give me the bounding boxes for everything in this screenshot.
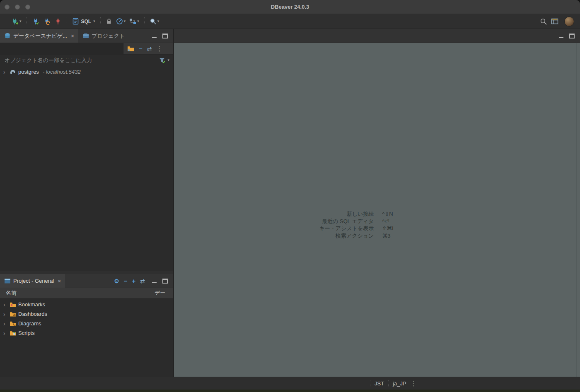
settings-gear-icon[interactable]: ⚙ — [114, 278, 119, 284]
search-icon — [540, 18, 547, 25]
hint-keys: ^⏎ — [382, 218, 395, 225]
tab-label: データベースナビゲ... — [13, 32, 67, 40]
hint-label: キー・アシストを表示 — [319, 225, 374, 232]
empty-editor-background[interactable]: 新しい接続 ^⇧N 最近の SQL エディタ ^⏎ キー・アシストを表示 ⇧⌘L… — [174, 43, 580, 377]
navigator-sub-toolbar: − ⇄ ⋮ — [0, 43, 173, 55]
panel-window-controls — [147, 274, 173, 288]
chevron-down-icon: ▾ — [157, 19, 160, 23]
expand-chevron-icon[interactable]: › — [3, 321, 9, 327]
status-locale[interactable]: ja_JP — [393, 380, 406, 387]
toolbar-separator — [67, 17, 67, 26]
network-settings-button[interactable]: ▾ — [128, 17, 140, 26]
status-separator — [370, 380, 370, 387]
sql-editor-icon — [72, 18, 79, 25]
column-header-name[interactable]: 名前 — [0, 289, 153, 297]
minimize-panel-icon[interactable] — [152, 279, 157, 283]
toolbar-separator — [27, 17, 27, 26]
tree-row-postgres[interactable]: › postgres - localhost:5432 — [0, 67, 173, 77]
transaction-mode-button[interactable] — [53, 17, 63, 26]
metadata-search-button[interactable]: ▾ — [148, 17, 161, 26]
diagrams-folder-icon — [9, 320, 17, 327]
tab-label: Project - General — [13, 278, 54, 284]
scripts-folder-icon — [9, 330, 17, 337]
hint-keys: ⌘3 — [382, 232, 395, 239]
collapse-all-icon[interactable]: − — [124, 278, 128, 284]
gauge-icon — [116, 18, 123, 25]
tab-project-general[interactable]: Project - General × — [0, 274, 65, 288]
new-connection-button[interactable]: ▾ — [10, 17, 23, 26]
dbeaver-window: DBeaver 24.0.3 ▾ — [0, 0, 580, 392]
status-bar: JST ja_JP ⋮ — [0, 377, 580, 390]
project-view-icons: ⚙ − + ⇄ — [112, 274, 147, 288]
projects-icon — [82, 33, 89, 39]
minimize-panel-icon[interactable] — [559, 34, 563, 38]
tab-database-navigator[interactable]: データベースナビゲ... × — [0, 29, 78, 43]
view-menu-icon[interactable]: ⋮ — [157, 46, 163, 52]
tree-row-scripts[interactable]: › Scripts — [0, 328, 173, 338]
connection-name: postgres — [18, 69, 39, 75]
expand-all-icon[interactable]: + — [132, 278, 136, 284]
tree-row-diagrams[interactable]: › Diagrams — [0, 319, 173, 328]
tree-row-bookmarks[interactable]: › Bookmarks — [0, 300, 173, 309]
chevron-down-icon: ▾ — [93, 19, 95, 23]
status-items: JST ja_JP ⋮ — [370, 377, 417, 390]
project-table-header: 名前 デー — [0, 288, 173, 298]
link-with-editor-icon[interactable]: ⇄ — [147, 46, 152, 52]
tree-row-dashboards[interactable]: › Dashboards — [0, 309, 173, 319]
hint-keys: ⇧⌘L — [382, 225, 395, 232]
minimize-panel-icon[interactable] — [152, 34, 157, 38]
postgresql-icon — [9, 68, 17, 75]
project-explorer-panel: Project - General × ⚙ − + ⇄ 名前 デー › — [0, 274, 173, 377]
commit-button[interactable] — [31, 17, 41, 26]
close-tab-icon[interactable]: × — [58, 278, 61, 284]
collapse-all-icon[interactable]: − — [139, 46, 143, 52]
project-tabbar: Project - General × ⚙ − + ⇄ — [0, 274, 173, 288]
rollback-button[interactable] — [42, 17, 52, 26]
column-header-datasource[interactable]: デー — [153, 289, 173, 297]
main-toolbar: ▾ — [0, 14, 580, 29]
read-only-toggle-button[interactable] — [104, 17, 114, 26]
desktop-edge-strip — [0, 390, 580, 392]
status-timezone[interactable]: JST — [375, 380, 384, 387]
expand-chevron-icon[interactable]: › — [3, 69, 9, 75]
isolation-level-button[interactable]: ▾ — [115, 17, 127, 26]
tree-item-label: Dashboards — [18, 311, 47, 317]
chevron-down-icon[interactable]: ▾ — [167, 58, 169, 62]
sql-editor-button[interactable]: SQL ▾ — [71, 17, 97, 26]
horizontal-splitter[interactable] — [0, 271, 173, 274]
toolbar-separator — [100, 17, 101, 26]
status-separator — [388, 380, 389, 387]
transaction-mode-icon — [54, 18, 62, 25]
user-avatar[interactable] — [564, 17, 574, 26]
expand-chevron-icon[interactable]: › — [3, 330, 9, 336]
rollback-icon — [43, 18, 51, 25]
tree-item-label: Bookmarks — [18, 301, 45, 308]
status-overflow-icon[interactable]: ⋮ — [411, 380, 417, 387]
open-perspective-button[interactable] — [550, 17, 560, 26]
perspective-icon — [551, 18, 558, 25]
search-database-icon — [150, 18, 157, 25]
expand-chevron-icon[interactable]: › — [3, 311, 9, 317]
lock-icon — [106, 18, 112, 25]
filter-funnel-icon[interactable] — [159, 57, 166, 64]
connection-folder-icon[interactable] — [127, 45, 134, 52]
titlebar: DBeaver 24.0.3 — [0, 0, 580, 14]
maximize-panel-icon[interactable] — [162, 279, 168, 284]
maximize-panel-icon[interactable] — [162, 34, 168, 38]
window-title: DBeaver 24.0.3 — [0, 0, 580, 14]
global-search-button[interactable] — [539, 17, 549, 26]
bookmarks-folder-icon — [9, 301, 17, 308]
hint-label: 最近の SQL エディタ — [319, 218, 374, 225]
navigator-tree: › postgres - localhost:5432 — [0, 66, 173, 77]
close-tab-icon[interactable]: × — [71, 33, 74, 39]
link-with-editor-icon[interactable]: ⇄ — [140, 278, 145, 284]
maximize-panel-icon[interactable] — [569, 34, 575, 38]
tab-projects[interactable]: プロジェクト — [78, 29, 129, 43]
expand-chevron-icon[interactable]: › — [3, 302, 9, 308]
editor-tabbar — [174, 29, 580, 43]
project-window-icon — [4, 278, 11, 284]
toolbar-separator — [144, 17, 145, 26]
panel-window-controls — [553, 29, 580, 43]
commit-icon — [32, 18, 39, 25]
object-filter-input[interactable] — [4, 57, 157, 64]
